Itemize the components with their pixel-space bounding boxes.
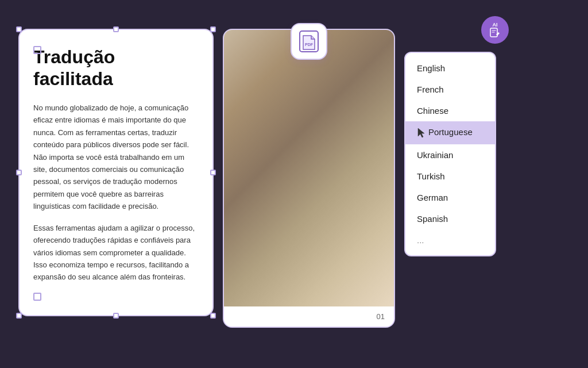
card-heading: Tradução facilitada xyxy=(33,46,199,90)
resize-handle-tr[interactable] xyxy=(210,26,216,32)
language-panel: English French Chinese Portuguese Ukrain… xyxy=(404,52,496,256)
photo-area xyxy=(224,30,394,306)
image-card-wrapper: PDF xyxy=(223,29,395,328)
language-item-french[interactable]: French xyxy=(405,79,495,100)
language-item-more[interactable]: ... xyxy=(405,229,495,251)
edit-doc-icon xyxy=(489,28,501,38)
language-item-portuguese[interactable]: Portuguese xyxy=(405,121,495,144)
ai-label: AI xyxy=(493,22,498,28)
language-panel-wrapper: AI English French Chinese Port xyxy=(404,29,496,256)
language-item-turkish[interactable]: Turkish xyxy=(405,166,495,187)
card-paragraph-1: No mundo globalizado de hoje, a comunica… xyxy=(33,102,199,213)
pdf-icon-button[interactable]: PDF xyxy=(291,23,327,60)
image-footer: 01 xyxy=(224,306,394,327)
cursor-icon xyxy=(417,127,426,139)
resize-handle-ml[interactable] xyxy=(16,170,22,175)
resize-handle-tl[interactable] xyxy=(16,26,22,32)
card-paragraph-2: Essas ferramentas ajudam a agilizar o pr… xyxy=(33,222,199,283)
resize-handle-br[interactable] xyxy=(210,313,216,319)
ai-button[interactable]: AI xyxy=(481,16,509,44)
svg-text:PDF: PDF xyxy=(305,43,314,47)
text-card: Tradução facilitada No mundo globalizado… xyxy=(18,29,214,316)
resize-handle-bm[interactable] xyxy=(113,313,119,319)
language-item-german[interactable]: German xyxy=(405,187,495,208)
language-item-ukrainian[interactable]: Ukrainian xyxy=(405,144,495,166)
resize-handle-bl[interactable] xyxy=(16,313,22,319)
resize-handle-tm[interactable] xyxy=(113,26,119,32)
language-item-english[interactable]: English xyxy=(405,57,495,79)
image-card: 01 xyxy=(223,29,395,328)
main-scene: Tradução facilitada No mundo globalizado… xyxy=(18,17,570,351)
language-item-spanish[interactable]: Spanish xyxy=(405,208,495,229)
ai-icon-inner: AI xyxy=(489,22,501,38)
language-item-chinese[interactable]: Chinese xyxy=(405,100,495,121)
resize-handle-mr[interactable] xyxy=(210,170,216,175)
page-number: 01 xyxy=(377,312,385,321)
pdf-svg-icon: PDF xyxy=(299,30,319,53)
